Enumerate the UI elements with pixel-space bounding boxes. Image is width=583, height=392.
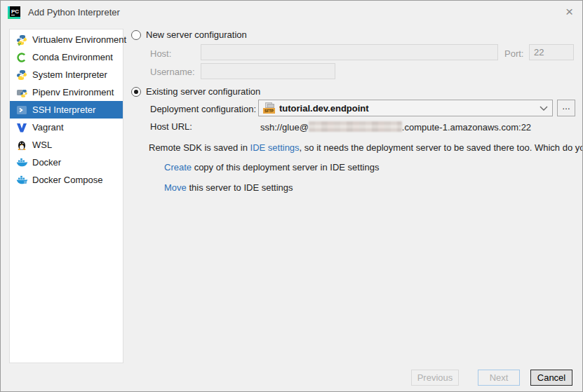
deployment-configuration-label: Deployment configuration: <box>150 104 256 114</box>
deployment-configuration-value: tutorial.dev.endpoint <box>279 103 535 114</box>
conda-icon <box>16 52 27 63</box>
existing-server-radio-label[interactable]: Existing server configuration <box>146 86 260 97</box>
docker-whale-icon <box>16 157 27 168</box>
sidebar-item-label: Virtualenv Environment <box>32 34 126 45</box>
ide-settings-link[interactable]: IDE settings <box>250 142 300 153</box>
move-server-line: Move this server to IDE settings <box>164 182 293 193</box>
cancel-button[interactable]: Cancel <box>530 370 572 386</box>
chevron-down-icon <box>540 106 548 111</box>
sidebar-item-ssh-interpreter[interactable]: SSH Interpreter <box>10 101 123 119</box>
sidebar-item-label: Docker <box>32 157 61 168</box>
new-server-radio[interactable] <box>131 30 141 40</box>
host-input[interactable] <box>201 44 498 60</box>
sidebar-item-vagrant[interactable]: Vagrant <box>10 119 123 136</box>
pycharm-logo-icon: PC <box>8 6 20 19</box>
previous-button: Previous <box>411 370 459 386</box>
ssh-interpreter-form: New server configuration Host: Port: 22 … <box>131 1 583 392</box>
python-virtualenv-icon: v <box>16 34 27 46</box>
sidebar-item-label: Vagrant <box>32 122 64 133</box>
deployment-configuration-dropdown[interactable]: SFTP tutorial.dev.endpoint <box>258 100 553 116</box>
host-url-value: ssh://glue@.compute-1.amazonaws.com:22 <box>260 121 531 133</box>
sidebar-item-label: SSH Interpreter <box>32 104 95 115</box>
vagrant-icon <box>16 122 27 133</box>
pipenv-icon <box>16 87 27 98</box>
sidebar-item-label: Conda Environment <box>32 52 113 62</box>
move-link[interactable]: Move <box>164 182 187 193</box>
add-python-interpreter-dialog: PC Add Python Interpreter × v Virtualenv… <box>0 0 583 392</box>
sidebar-item-label: WSL <box>32 140 52 150</box>
docker-compose-icon <box>16 175 27 186</box>
create-copy-line: Create copy of this deployment server in… <box>164 162 379 173</box>
svg-text:v: v <box>18 40 21 46</box>
sidebar-item-docker[interactable]: Docker <box>10 154 123 171</box>
interpreter-type-sidebar: v Virtualenv Environment Conda Environme… <box>9 29 123 363</box>
sidebar-item-label: Pipenv Environment <box>32 87 114 97</box>
remote-sdk-note: Remote SDK is saved in IDE settings, so … <box>149 142 583 153</box>
sidebar-item-wsl[interactable]: WSL <box>10 136 123 154</box>
next-button: Next <box>478 370 520 386</box>
create-link[interactable]: Create <box>164 162 192 173</box>
dialog-title: Add Python Interpreter <box>28 7 120 18</box>
port-label: Port: <box>504 48 523 59</box>
sidebar-item-docker-compose[interactable]: Docker Compose <box>10 171 123 189</box>
sftp-icon: SFTP <box>263 102 275 114</box>
existing-server-radio[interactable] <box>131 87 141 97</box>
python-icon <box>16 69 27 81</box>
host-label: Host: <box>150 48 171 59</box>
sidebar-item-system-interpreter[interactable]: System Interpreter <box>10 66 123 83</box>
sidebar-item-label: Docker Compose <box>32 175 102 185</box>
sidebar-item-virtualenv[interactable]: v Virtualenv Environment <box>10 31 123 48</box>
sidebar-item-label: System Interpreter <box>32 69 107 80</box>
redacted-host-blur <box>309 121 402 132</box>
host-url-label: Host URL: <box>150 121 192 132</box>
username-label: Username: <box>150 67 195 77</box>
ssh-terminal-icon <box>16 104 27 116</box>
sidebar-item-pipenv[interactable]: Pipenv Environment <box>10 83 123 101</box>
new-server-radio-label[interactable]: New server configuration <box>146 29 247 40</box>
browse-button[interactable]: … <box>557 100 575 116</box>
username-input[interactable] <box>201 63 335 79</box>
port-input[interactable]: 22 <box>529 44 574 60</box>
sidebar-item-conda[interactable]: Conda Environment <box>10 48 123 66</box>
linux-tux-icon <box>16 140 27 151</box>
